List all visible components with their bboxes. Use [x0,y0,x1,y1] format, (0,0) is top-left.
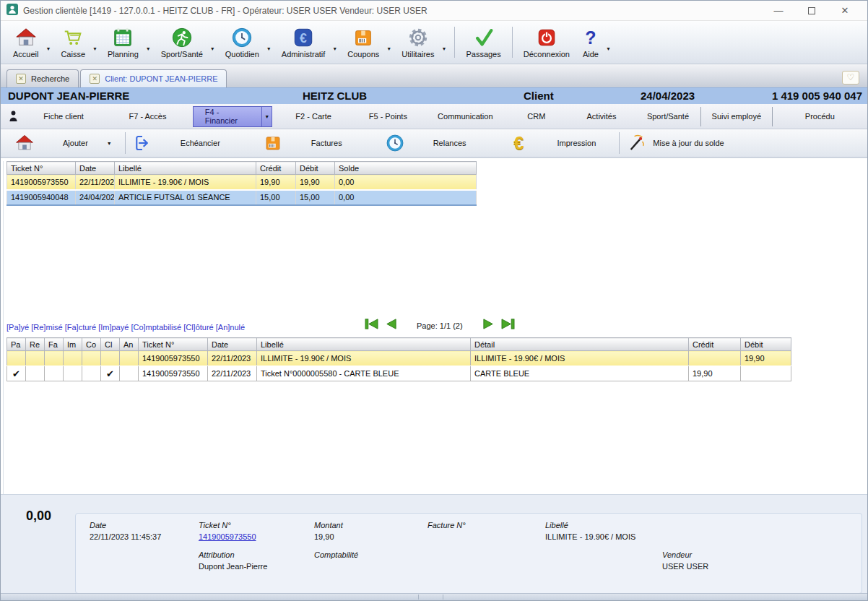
col-ticket[interactable]: Ticket N° [7,162,76,175]
chevron-down-icon[interactable]: ▼ [209,21,219,64]
app-icon [6,4,18,18]
col-debit[interactable]: Débit [296,162,335,175]
ticket-number-link[interactable]: 1419005973550 [199,532,256,541]
col-libelle[interactable]: Libellé [115,162,256,175]
impression-button[interactable]: € Impression [508,134,596,152]
col-an[interactable]: An [120,338,139,351]
flag-re [26,366,45,381]
last-page-button[interactable] [500,318,516,333]
panel-edge [3,161,4,494]
tab-f7-acces[interactable]: F7 - Accès [106,112,189,121]
question-icon: ? [585,25,596,49]
toolbar-button-planning[interactable]: Planning [101,21,145,64]
table-row[interactable]: 1419005940048 24/04/2023 ARTICLE FUTSAL … [7,190,477,205]
cell-debit [741,366,791,381]
tab-communication[interactable]: Communication [425,112,505,121]
chevron-down-icon[interactable]: ▼ [266,21,275,64]
tab-procedures[interactable]: Procédu [773,112,867,121]
col-date[interactable]: Date [76,162,115,175]
close-button[interactable]: ✕ [828,1,862,20]
next-page-button[interactable] [481,318,496,333]
col-im[interactable]: Im [64,338,82,351]
toolbar-button-quotidien[interactable]: Quotidien [219,21,266,64]
chevron-down-icon[interactable]: ▼ [45,21,54,64]
client-badge-number: 1 419 005 940 047 [772,90,862,102]
col-debit[interactable]: Débit [741,338,791,351]
relances-button[interactable]: Relances [384,134,466,152]
col-libelle[interactable]: Libellé [257,338,471,351]
tab-client-dupont[interactable]: ✕ Client: DUPONT JEAN-PIERRE [80,69,227,87]
mise-a-jour-solde-button[interactable]: Mise à jour du solde [625,134,724,152]
col-credit[interactable]: Crédit [689,338,741,351]
client-type-label: Client [524,90,554,102]
tab-f5-points[interactable]: F5 - Points [351,112,425,121]
col-re[interactable]: Re [26,338,45,351]
tab-sport-sante[interactable]: Sport/Santé [635,112,700,121]
chevron-down-icon[interactable]: ▼ [386,21,395,64]
toolbar-button-passages[interactable]: Passages [459,21,507,64]
ajouter-button[interactable]: Ajouter ▼ [14,134,119,152]
financial-toolbar: Ajouter ▼ Echéancier Factures Relances €… [1,129,867,158]
chevron-down-icon[interactable]: ▼ [605,21,615,64]
cell-credit: 15,00 [256,190,296,205]
cell-libelle: ILLIMITE - 19.90€ / MOIS [115,175,256,190]
tab-activites[interactable]: Activités [568,112,635,121]
chevron-down-icon[interactable]: ▼ [331,21,341,64]
col-pa[interactable]: Pa [7,338,26,351]
cart-icon [62,25,84,49]
col-credit[interactable]: Crédit [256,162,296,175]
chevron-down-icon[interactable]: ▼ [92,21,101,64]
cell-credit [689,351,741,366]
toolbar-button-deconnexion[interactable]: Déconnexion [517,21,576,64]
flag-fa [45,351,64,366]
col-detail[interactable]: Détail [471,338,689,351]
toolbar-button-coupons[interactable]: Coupons [341,21,386,64]
table-row[interactable]: ✔ ✔ 1419005973550 22/11/2023 Ticket N°00… [7,366,791,381]
club-name: HEITZ CLUB [303,90,367,102]
tab-f4-financier[interactable]: F4 - Financier ▼ [193,106,273,127]
tab-crm[interactable]: CRM [505,112,568,121]
tab-fiche-client[interactable]: Fiche client [21,112,106,121]
chevron-down-icon[interactable]: ▼ [107,141,112,146]
factures-button[interactable]: Factures [262,134,342,152]
client-header-bar: DUPONT JEAN-PIERRE HEITZ CLUB Client 24/… [1,87,867,104]
window-title: Gestion clientèle [1419 - 127.0.0.1 - HE… [23,6,757,16]
toolbar-button-caisse[interactable]: Caisse [54,21,92,64]
toolbar-button-sport-sante[interactable]: Sport/Santé [155,21,209,64]
col-co[interactable]: Co [82,338,101,351]
tab-recherche[interactable]: ✕ Recherche [6,69,79,87]
col-cl[interactable]: Cl [101,338,120,351]
close-icon[interactable]: ✕ [90,74,100,84]
echeancier-button[interactable]: Echéancier [131,134,220,152]
favorite-heart-button[interactable]: ♡ [842,71,859,85]
toolbar-button-accueil[interactable]: Accueil [6,21,45,64]
chevron-down-icon[interactable]: ▼ [261,107,272,126]
previous-page-button[interactable] [383,318,399,333]
toolbar-label: Passages [466,50,500,59]
tab-suivi-employe[interactable]: Suivi employé [701,112,772,121]
maximize-button[interactable] [795,1,828,20]
financial-content: Ticket N° Date Libellé Crédit Débit Sold… [1,158,867,494]
chevron-down-icon[interactable]: ▼ [440,21,450,64]
first-page-button[interactable] [364,318,379,333]
button-label: Factures [311,139,342,147]
table-row[interactable]: 1419005973550 22/11/2023 ILLIMITE - 19.9… [7,351,791,366]
col-solde[interactable]: Solde [335,162,477,175]
toolbar-button-administratif[interactable]: € Administratif [275,21,332,64]
toolbar-button-aide[interactable]: ? Aide [576,21,605,64]
toolbar-separator [125,132,126,154]
col-ticket[interactable]: Ticket N° [139,338,208,351]
col-date[interactable]: Date [208,338,257,351]
table-row[interactable]: 1419005973550 22/11/2023 ILLIMITE - 19.9… [7,175,477,190]
ticket-details-table: Pa Re Fa Im Co Cl An Ticket N° Date Libe… [6,337,791,381]
tab-f2-carte[interactable]: F2 - Carte [276,112,350,121]
cell-date: 22/11/2023 [76,175,115,190]
toolbar-label: Accueil [13,50,38,59]
toolbar-button-utilitaires[interactable]: Utilitaires [395,21,440,64]
chevron-down-icon[interactable]: ▼ [145,21,155,64]
close-icon[interactable]: ✕ [16,74,26,84]
cell-credit: 19,90 [256,175,296,190]
col-fa[interactable]: Fa [45,338,64,351]
client-date: 24/04/2023 [641,90,695,102]
minimize-button[interactable]: — [762,1,795,20]
